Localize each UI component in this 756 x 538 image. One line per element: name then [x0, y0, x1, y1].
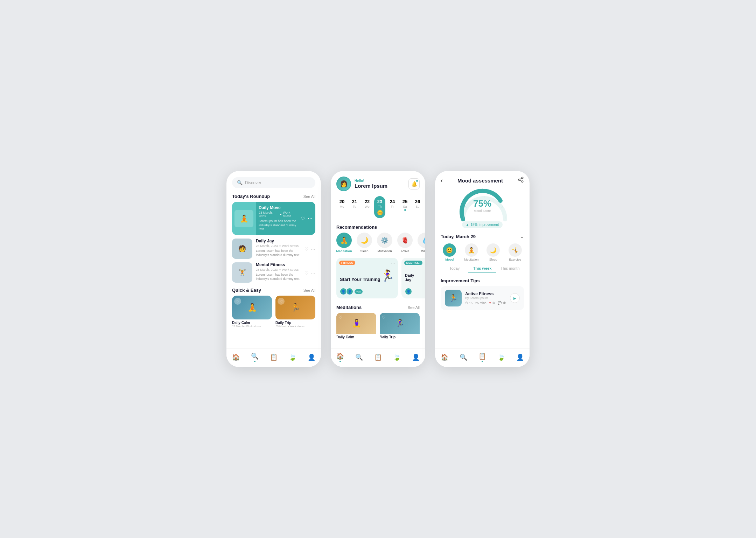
- nav-active-dot: [254, 361, 255, 362]
- period-today[interactable]: Today: [441, 265, 468, 273]
- nav-search-3[interactable]: 🔍: [460, 353, 467, 361]
- search-placeholder: Discover: [245, 180, 261, 185]
- date-chevron-icon[interactable]: ⌄: [520, 234, 524, 239]
- nav-calendar-3[interactable]: 📋: [478, 352, 486, 362]
- see-all-roundup[interactable]: See All: [303, 194, 315, 199]
- heart-overlay2: ♡: [278, 298, 285, 305]
- phone-1: 🔍 Discover Today's Roundup See All 🧘 Dai…: [226, 171, 321, 367]
- quick-item-trip[interactable]: ♡ 🏃 Daily Trip 23 March • Work stress: [275, 296, 315, 328]
- search-bar[interactable]: 🔍 Discover: [232, 177, 315, 188]
- notification-button[interactable]: 🔔: [408, 178, 420, 189]
- tab-exercise[interactable]: 🤸 Exercise: [506, 243, 524, 261]
- nav-profile-1[interactable]: 👤: [308, 353, 315, 361]
- day-21[interactable]: 21 Tu: [349, 196, 360, 218]
- day-25[interactable]: 25 Sa: [399, 196, 411, 218]
- card3-desc: Lorem Ipsum has been the industry's stan…: [256, 273, 301, 281]
- nav-calendar-2[interactable]: 📋: [374, 353, 382, 361]
- improvement-tips-title: Improvement Tips: [435, 277, 530, 286]
- back-button[interactable]: ‹: [441, 177, 443, 184]
- rec-sleep[interactable]: 🌙 Sleep: [357, 233, 372, 253]
- rec-sleep-label: Sleep: [360, 249, 368, 253]
- heart-icon-2[interactable]: ♡: [304, 247, 309, 252]
- nav-home-1[interactable]: 🏠: [232, 353, 240, 361]
- card2-actions: ♡ ⋯: [304, 239, 315, 260]
- rec-water[interactable]: 💧 Water: [418, 233, 425, 253]
- sleep-tab-icon: 🌙: [486, 243, 500, 257]
- med-daily-trip[interactable]: ♡ 🏃‍♀️ Daily Trip: [380, 313, 420, 339]
- nav-search-1[interactable]: 🔍: [251, 352, 259, 362]
- heart-icon-tip: ♥: [489, 301, 491, 305]
- workout-card-fitness[interactable]: FITNESS ⋯ Start Your Training 🏃‍♀️ 👤 👤 +…: [336, 258, 398, 298]
- nav-calendar-1[interactable]: 📋: [270, 353, 278, 361]
- tab-mood[interactable]: 😊 Mood: [441, 243, 458, 261]
- period-this-month[interactable]: This month: [496, 265, 524, 273]
- gauge-label: Mood Score: [473, 209, 491, 213]
- recommendations-header: Recommendations: [331, 223, 425, 233]
- quick-trip-label: Daily Trip: [275, 321, 315, 325]
- day-26[interactable]: 26 Su: [412, 196, 423, 218]
- mood-emoji: 😊: [377, 210, 383, 215]
- more-icon[interactable]: ⋯: [308, 216, 313, 221]
- see-all-quick[interactable]: See All: [303, 288, 315, 292]
- nav-search-2[interactable]: 🔍: [355, 353, 363, 361]
- med-daily-calm[interactable]: ♡ 🧘‍♀️ Daily Calm: [336, 313, 376, 339]
- rec-active[interactable]: 🫀 Active: [397, 233, 413, 253]
- nav-wellness-1[interactable]: 🍃: [289, 353, 296, 361]
- card-mental-fitness[interactable]: 🏋️ Mental Fitness 23 March, 2023 Work st…: [232, 262, 315, 283]
- nav-active-dot-2: [340, 361, 341, 362]
- mood-gauge: 75% Mood Score: [458, 191, 507, 219]
- heart-icon[interactable]: ♡: [301, 216, 306, 221]
- day-24[interactable]: 24 Fr: [387, 196, 398, 218]
- med-trip-image: ♡ 🏃‍♀️: [380, 313, 420, 334]
- share-button[interactable]: [518, 177, 524, 184]
- workout-more-icon[interactable]: ⋯: [391, 261, 395, 265]
- card3-title: Mental Fitness: [256, 262, 301, 267]
- rec-meditation-label: Meditation: [336, 249, 352, 253]
- card2-title: Daily Jay: [256, 239, 301, 243]
- quick-item-calm[interactable]: ♡ 🧘 Daily Calm 23 March • Work stress: [232, 296, 272, 328]
- gauge-container: 75% Mood Score: [435, 188, 530, 221]
- card3-actions: ♡ ⋯: [304, 262, 315, 283]
- tip-card[interactable]: 🏃 Active Fitness By Lorem Ipsum ⏱ 15 - 2…: [441, 286, 524, 310]
- tab-sleep[interactable]: 🌙 Sleep: [484, 243, 502, 261]
- rec-meditation[interactable]: 🧘 Meditation: [336, 233, 352, 253]
- heart-icon-3[interactable]: ♡: [304, 270, 309, 276]
- quick-trip-meta: 23 March • Work stress: [275, 325, 315, 328]
- tip-card-image: 🏃: [445, 290, 462, 306]
- nav-home-2[interactable]: 🏠: [336, 352, 344, 362]
- nav-profile-3[interactable]: 👤: [516, 353, 524, 361]
- more-icon-3[interactable]: ⋯: [311, 270, 315, 276]
- med-heart-icon-2: ♡: [382, 315, 386, 320]
- tab-meditation[interactable]: 🧘 Meditation: [463, 243, 481, 261]
- nav-wellness-2[interactable]: 🍃: [393, 353, 401, 361]
- day-20[interactable]: 20 Mo: [336, 196, 348, 218]
- nav-wellness-3[interactable]: 🍃: [497, 353, 505, 361]
- day-23-active[interactable]: 23 Th 😊: [374, 196, 385, 218]
- rec-motivation[interactable]: ⚙️ Motivation: [377, 233, 392, 253]
- featured-card[interactable]: 🧘 Daily Move 23 March, 2023 Work stress …: [232, 202, 315, 235]
- sleep-tab-label: Sleep: [489, 258, 497, 261]
- s3-header: ‹ Mood assessment: [435, 171, 530, 188]
- period-this-week[interactable]: This week: [468, 265, 496, 273]
- card-daily-jay[interactable]: 🧑 Daily Jay 23 March, 2023 Work stress L…: [232, 239, 315, 260]
- workout-card-daily-jay[interactable]: MEDITAT... DailyJay 🧘 👤: [401, 258, 425, 298]
- nav-home-3[interactable]: 🏠: [441, 353, 448, 361]
- rec-active-icon: 🫀: [397, 233, 413, 248]
- play-button[interactable]: ▶: [510, 293, 520, 303]
- see-all-meditations[interactable]: See All: [408, 305, 420, 310]
- rec-active-label: Active: [401, 249, 410, 253]
- day-22[interactable]: 22 We: [362, 196, 373, 218]
- today-date: Today, March 29: [441, 234, 476, 239]
- recs-list: 🧘 Meditation 🌙 Sleep ⚙️ Motivation 🫀 Act…: [331, 233, 425, 258]
- quick-grid: ♡ 🧘 Daily Calm 23 March • Work stress ♡ …: [226, 296, 321, 331]
- recommendations-title: Recommendations: [336, 225, 377, 230]
- nav-profile-2[interactable]: 👤: [412, 353, 420, 361]
- improvement-icon: ▲: [465, 223, 469, 227]
- more-icon-2[interactable]: ⋯: [311, 247, 315, 252]
- card3-body: Mental Fitness 23 March, 2023 Work stres…: [256, 262, 301, 283]
- quick-calm-image: ♡ 🧘: [232, 296, 272, 319]
- gauge-center: 75% Mood Score: [473, 198, 491, 213]
- search-icon: 🔍: [237, 180, 243, 185]
- card2-desc: Lorem Ipsum has been the industry's stan…: [256, 249, 301, 257]
- featured-card-thumb: 🧘: [234, 210, 253, 227]
